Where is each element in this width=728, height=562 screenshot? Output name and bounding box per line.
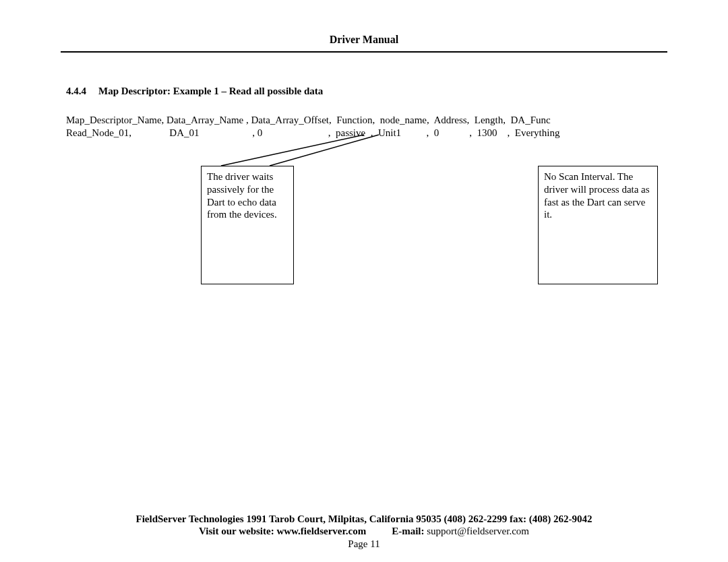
header-rule (61, 51, 667, 53)
table-header-row: Map_Descriptor_Name, Data_Array_Name , D… (66, 115, 551, 126)
page-footer: FieldServer Technologies 1991 Tarob Cour… (0, 513, 728, 550)
footer-company-line: FieldServer Technologies 1991 Tarob Cour… (0, 513, 728, 525)
section-number: 4.4.4 (66, 86, 86, 96)
table-data-row: Read_Node_01, DA_01 , 0 , passive , Unit… (66, 127, 559, 139)
callout-box-right: No Scan Interval. The driver will proces… (538, 166, 658, 284)
footer-email-address: support@fieldserver.com (427, 526, 529, 536)
svg-line-0 (221, 135, 364, 166)
callout-box-left: The driver waits passively for the Dart … (201, 166, 294, 284)
page-header-title: Driver Manual (0, 0, 728, 51)
footer-page-number: Page 11 (0, 538, 728, 550)
footer-website-label: Visit our website: www.fieldserver.com (199, 526, 366, 536)
footer-email-label: E-mail: (392, 526, 424, 536)
section-title-text: Map Descriptor: Example 1 – Read all pos… (98, 86, 323, 96)
section-heading: 4.4.4Map Descriptor: Example 1 – Read al… (66, 86, 323, 97)
svg-line-1 (270, 135, 379, 166)
